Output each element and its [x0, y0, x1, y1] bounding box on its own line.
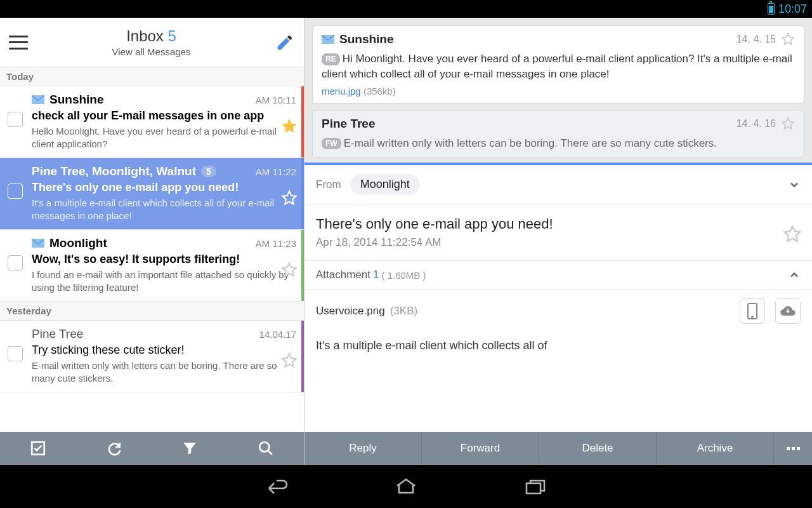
message-item[interactable]: Sunshine AM 10:11 check all your E-mail … [0, 86, 304, 158]
checkbox[interactable] [8, 184, 23, 199]
reply-button[interactable]: Reply [304, 432, 422, 465]
message-time: 14.04.17 [259, 329, 296, 340]
sender: Sunshine [49, 93, 104, 107]
subject: Wow, It's so easy! It supports filtering… [32, 253, 296, 266]
star-icon[interactable] [281, 352, 298, 369]
message-detail: There's only one e-mail app you need! Ap… [304, 204, 812, 432]
view-on-device-button[interactable] [740, 298, 765, 324]
select-all-button[interactable] [0, 432, 76, 465]
card-body-text: E-mail written only with letters can be … [344, 137, 717, 149]
message-item-selected[interactable]: Pine Tree, Moonlight, Walnut 5 AM 11:22 … [0, 158, 304, 230]
color-stripe [301, 321, 304, 392]
preview: E-mail written only with letters can be … [32, 359, 296, 384]
attachment-file-row: Uservoice.png (3KB) [316, 290, 801, 333]
star-icon[interactable] [281, 262, 298, 278]
status-bar: 10:07 [0, 0, 812, 18]
detail-date: Apr 18, 2014 11:22:54 AM [316, 236, 801, 249]
overflow-button[interactable] [774, 432, 812, 465]
sender: Pine Tree [32, 327, 83, 341]
forward-badge: FW [322, 138, 341, 150]
message-list-pane: Inbox 5 View all Messages Today Sunshine… [0, 18, 304, 465]
attachment-total-size: ( 1.60MB ) [381, 270, 426, 281]
subject: Try sticking these cute sticker! [32, 344, 296, 357]
color-stripe [301, 158, 304, 229]
chevron-down-icon[interactable] [788, 178, 801, 191]
sender: Pine Tree, Moonlight, Walnut [32, 164, 196, 178]
detail-subject: There's only one e-mail app you need! [316, 216, 801, 232]
attachment-count: 1 [373, 269, 379, 281]
detail-pane: Sunshine 14. 4. 15 REHi Moonlight. Have … [304, 18, 812, 465]
list-header: Inbox 5 View all Messages [0, 18, 304, 67]
thread-card[interactable]: Sunshine 14. 4. 15 REHi Moonlight. Have … [312, 25, 804, 104]
filter-button[interactable] [152, 432, 228, 465]
dots-icon [787, 447, 800, 450]
envelope-icon [32, 239, 44, 248]
search-button[interactable] [228, 432, 304, 465]
battery-icon [768, 3, 775, 15]
menu-icon[interactable] [9, 36, 28, 50]
sender: Moonlight [49, 236, 107, 250]
message-time: AM 11:22 [256, 166, 296, 177]
message-body: It's a multiple e-mail client which coll… [316, 339, 801, 352]
attachment-label: Attachment [316, 269, 370, 281]
section-yesterday: Yesterday [0, 302, 304, 321]
message-item[interactable]: Moonlight AM 11:23 Wow, It's so easy! It… [0, 230, 304, 302]
thread-card[interactable]: Pine Tree 14. 4. 16 FWE-mail written onl… [312, 110, 804, 158]
card-sender: Sunshine [339, 32, 394, 46]
compose-button[interactable] [275, 32, 295, 53]
inbox-subtitle: View all Messages [28, 46, 275, 57]
clock: 10:07 [778, 3, 807, 16]
star-icon[interactable] [281, 118, 298, 135]
home-button[interactable] [392, 477, 420, 496]
inbox-label: Inbox [126, 27, 164, 44]
envelope-icon [322, 35, 334, 44]
checkbox[interactable] [8, 255, 23, 271]
message-list[interactable]: Today Sunshine AM 10:11 check all your E… [0, 67, 304, 432]
refresh-button[interactable] [76, 432, 152, 465]
file-name: Uservoice.png [316, 305, 385, 318]
card-body-text: Hi Moonlight. Have you ever heard of a p… [322, 53, 792, 80]
svg-point-6 [752, 316, 753, 318]
archive-button[interactable]: Archive [657, 432, 774, 465]
preview: Hello Moonlight. Have you ever heard of … [32, 125, 296, 150]
section-today: Today [0, 67, 304, 86]
color-stripe [301, 230, 304, 301]
card-date: 14. 4. 15 [737, 34, 776, 45]
delete-button[interactable]: Delete [539, 432, 657, 465]
thread-list: Sunshine 14. 4. 15 REHi Moonlight. Have … [304, 18, 812, 157]
message-time: AM 11:23 [256, 238, 296, 249]
download-cloud-button[interactable] [775, 298, 801, 324]
detail-toolbar: Reply Forward Delete Archive [304, 432, 812, 465]
inbox-title-block[interactable]: Inbox 5 View all Messages [28, 27, 275, 57]
reply-badge: RE [322, 53, 340, 65]
subject: check all your E-mail messages in one ap… [32, 109, 296, 123]
android-nav-bar [0, 465, 812, 508]
preview: I found an e-mail with an important file… [32, 269, 296, 293]
chevron-up-icon[interactable] [788, 269, 801, 281]
from-pill[interactable]: Moonlight [350, 174, 420, 195]
card-date: 14. 4. 16 [737, 118, 776, 130]
file-size: (3KB) [390, 305, 417, 318]
recents-button[interactable] [521, 477, 549, 496]
forward-button[interactable]: Forward [422, 432, 539, 465]
attachment-header[interactable]: Attachment 1 ( 1.60MB ) [304, 260, 812, 290]
message-time: AM 10:11 [256, 95, 296, 105]
envelope-icon [32, 95, 44, 104]
svg-rect-7 [527, 483, 540, 493]
thread-count-badge: 5 [201, 166, 216, 177]
star-icon[interactable] [781, 32, 795, 46]
message-item[interactable]: Pine Tree 14.04.17 Try sticking these cu… [0, 321, 304, 392]
attachment-link[interactable]: menu.jpg (356kb) [322, 86, 795, 97]
star-icon[interactable] [281, 190, 298, 206]
from-bar[interactable]: From Moonlight [304, 163, 812, 204]
svg-point-3 [259, 442, 269, 451]
subject: There's only one e-mail app you need! [32, 181, 296, 194]
checkbox[interactable] [8, 346, 23, 361]
back-button[interactable] [263, 477, 291, 496]
inbox-count: 5 [168, 27, 176, 44]
color-stripe [301, 86, 304, 157]
star-icon[interactable] [783, 225, 802, 244]
checkbox[interactable] [8, 112, 23, 127]
star-icon[interactable] [781, 117, 795, 131]
from-label: From [316, 178, 341, 191]
